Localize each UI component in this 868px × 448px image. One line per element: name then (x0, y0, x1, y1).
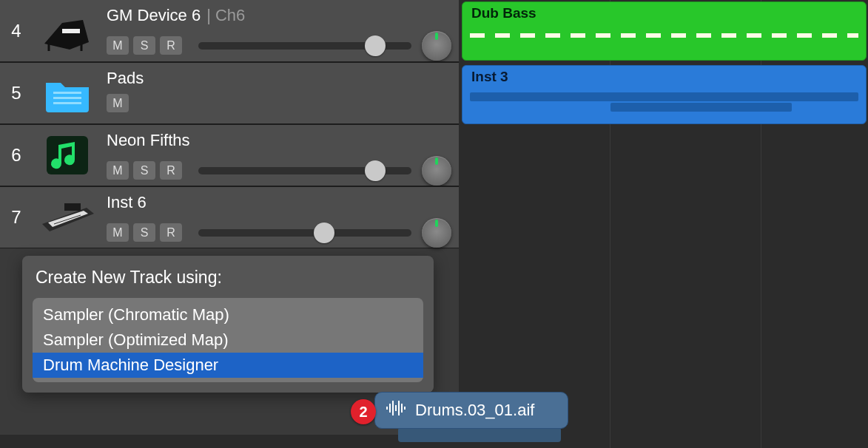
track-number: 4 (0, 0, 33, 61)
region-dub-bass[interactable]: Dub Bass (462, 1, 867, 61)
folder-icon[interactable] (38, 70, 96, 116)
svg-rect-11 (64, 203, 81, 211)
drag-file-chip[interactable]: Drums.03_01.aif (374, 392, 568, 429)
svg-rect-4 (53, 92, 81, 94)
midi-notes-preview (470, 33, 858, 38)
track-name[interactable]: Pads (107, 69, 451, 88)
drag-count-badge: 2 (351, 399, 376, 424)
track-number: 7 (0, 187, 33, 248)
mute-button[interactable]: M (107, 94, 129, 113)
svg-marker-9 (48, 211, 88, 227)
svg-rect-7 (47, 136, 88, 174)
volume-slider[interactable] (198, 223, 411, 242)
volume-slider[interactable] (198, 161, 411, 180)
track-name[interactable]: GM Device 6| Ch6 (107, 6, 451, 25)
record-button[interactable]: R (160, 223, 182, 242)
piano-icon[interactable] (38, 7, 96, 53)
track-row[interactable]: 4 GM Device 6| Ch6 MSR (0, 0, 459, 62)
track-number: 6 (0, 125, 33, 186)
track-row[interactable]: 5 Pads M (0, 62, 459, 124)
region-inst-3[interactable]: Inst 3 (462, 65, 867, 124)
record-button[interactable]: R (160, 161, 182, 180)
create-track-popup: Create New Track using: Sampler (Chromat… (22, 256, 434, 393)
drag-file-name: Drums.03_01.aif (415, 401, 534, 420)
popup-option-list: Sampler (Chromatic Map)Sampler (Optimize… (33, 298, 423, 382)
svg-rect-6 (53, 102, 81, 104)
svg-rect-5 (53, 97, 81, 99)
timeline-area[interactable]: Dub Bass Inst 3 (459, 0, 868, 448)
popup-title: Create New Track using: (33, 268, 423, 288)
track-row[interactable]: 6 Neon Fifths MSR (0, 124, 459, 186)
svg-rect-1 (62, 29, 80, 33)
keyboard-icon[interactable] (38, 194, 96, 240)
track-name[interactable]: Neon Fifths (107, 131, 451, 150)
pan-knob[interactable] (422, 31, 451, 61)
popup-option[interactable]: Sampler (Optimized Map) (33, 327, 423, 353)
region-label: Dub Bass (471, 5, 536, 21)
midi-notes-preview (610, 103, 792, 112)
midi-notes-preview (470, 92, 858, 101)
record-button[interactable]: R (160, 36, 182, 55)
music-icon[interactable] (38, 132, 96, 178)
volume-slider[interactable] (198, 36, 411, 55)
mute-button[interactable]: M (107, 223, 129, 242)
popup-option[interactable]: Sampler (Chromatic Map) (33, 302, 423, 327)
mute-button[interactable]: M (107, 161, 129, 180)
waveform-icon (386, 399, 406, 421)
track-row[interactable]: 7 Inst 6 MSR (0, 186, 459, 248)
drag-chip-shadow (398, 427, 561, 442)
solo-button[interactable]: S (133, 161, 155, 180)
pan-knob[interactable] (422, 218, 451, 248)
solo-button[interactable]: S (133, 223, 155, 242)
track-header-panel: 4 GM Device 6| Ch6 MSR 5 Pads M 6 Neon F… (0, 0, 459, 248)
region-label: Inst 3 (471, 69, 508, 84)
popup-option[interactable]: Drum Machine Designer (33, 353, 423, 378)
solo-button[interactable]: S (133, 36, 155, 55)
mute-button[interactable]: M (107, 36, 129, 55)
pan-knob[interactable] (422, 156, 451, 186)
track-number: 5 (0, 63, 33, 123)
track-name[interactable]: Inst 6 (107, 193, 451, 212)
